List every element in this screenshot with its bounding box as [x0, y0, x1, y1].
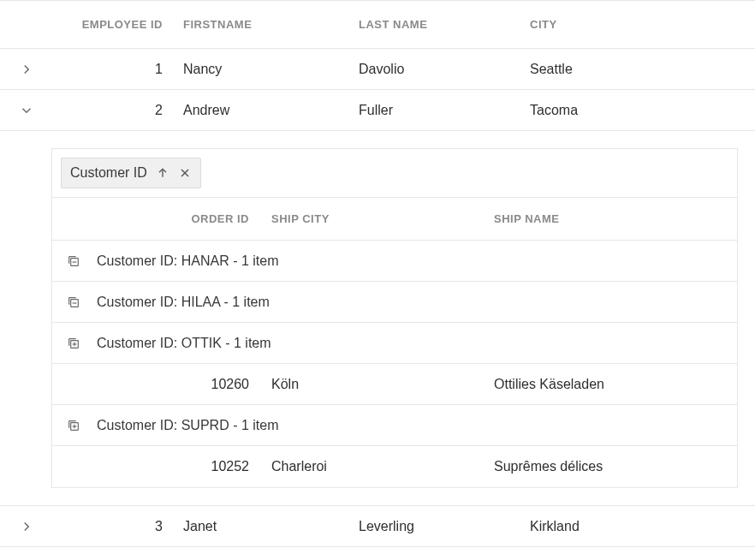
group-expand-toggle[interactable] — [52, 295, 95, 309]
cell-firstname: Nancy — [178, 62, 354, 77]
group-customer: HANAR — [181, 253, 229, 268]
chevron-right-icon — [19, 62, 34, 77]
sort-asc-icon[interactable] — [156, 166, 169, 180]
header-lastname[interactable]: LAST NAME — [354, 18, 525, 31]
cell-firstname: Janet — [178, 519, 354, 534]
group-collapse-toggle[interactable] — [52, 337, 95, 350]
cell-city: Kirkland — [525, 519, 755, 534]
group-chip-label: Customer ID — [70, 165, 147, 181]
group-label: Customer ID: HILAA - 1 item — [95, 295, 737, 310]
group-suffix: - 1 item — [229, 418, 279, 432]
remove-group-icon[interactable] — [178, 166, 192, 180]
group-prefix: Customer ID: — [97, 418, 181, 432]
group-row: Customer ID: HANAR - 1 item — [52, 241, 737, 282]
table-row: 3 Janet Leverling Kirkland — [0, 506, 755, 547]
group-label: Customer ID: SUPRD - 1 item — [95, 418, 737, 433]
group-suffix: - 1 item — [222, 336, 271, 350]
employee-grid: EMPLOYEE ID FIRSTNAME LAST NAME CITY 1 N… — [0, 0, 755, 547]
group-label: Customer ID: HANAR - 1 item — [95, 253, 737, 269]
cell-employee-id: 1 — [53, 62, 178, 77]
group-collapse-toggle[interactable] — [52, 419, 95, 432]
cell-order-id: 10260 — [95, 377, 266, 392]
detail-panel: Customer ID ORDER ID SHIP CITY SHIP NAME… — [0, 131, 755, 506]
header-ship-name[interactable]: SHIP NAME — [489, 212, 737, 225]
cell-employee-id: 2 — [53, 103, 178, 118]
chevron-right-icon — [19, 519, 34, 534]
cell-ship-name: Suprêmes délices — [489, 459, 737, 474]
group-chip-customer-id[interactable]: Customer ID — [61, 158, 201, 188]
cell-ship-city: Köln — [266, 377, 489, 392]
group-label: Customer ID: OTTIK - 1 item — [95, 336, 737, 351]
cell-city: Tacoma — [525, 103, 755, 118]
cell-ship-name: Ottilies Käseladen — [489, 377, 737, 392]
detail-header: ORDER ID SHIP CITY SHIP NAME — [52, 198, 737, 241]
grid-header: EMPLOYEE ID FIRSTNAME LAST NAME CITY — [0, 1, 755, 49]
cell-employee-id: 3 — [53, 519, 178, 534]
table-row: 1 Nancy Davolio Seattle — [0, 49, 755, 90]
group-customer: OTTIK — [181, 336, 222, 350]
group-customer: SUPRD — [181, 418, 229, 432]
collapse-icon — [67, 254, 80, 268]
order-row: 10252 Charleroi Suprêmes délices — [52, 446, 737, 487]
cell-ship-city: Charleroi — [266, 459, 489, 474]
group-suffix: - 1 item — [229, 253, 279, 268]
chevron-down-icon — [19, 103, 34, 118]
collapse-toggle[interactable] — [0, 103, 53, 118]
expand-icon — [67, 337, 80, 350]
cell-firstname: Andrew — [178, 103, 354, 118]
detail-grid: Customer ID ORDER ID SHIP CITY SHIP NAME… — [51, 148, 738, 488]
group-row: Customer ID: HILAA - 1 item — [52, 282, 737, 323]
group-row: Customer ID: SUPRD - 1 item — [52, 405, 737, 446]
header-firstname[interactable]: FIRSTNAME — [178, 18, 354, 31]
cell-city: Seattle — [525, 62, 755, 77]
expand-toggle[interactable] — [0, 62, 53, 77]
header-employee-id[interactable]: EMPLOYEE ID — [53, 18, 178, 31]
group-row: Customer ID: OTTIK - 1 item — [52, 323, 737, 364]
expand-toggle[interactable] — [0, 519, 53, 534]
header-city[interactable]: CITY — [525, 18, 755, 31]
header-order-id[interactable]: ORDER ID — [95, 212, 266, 225]
cell-lastname: Leverling — [354, 519, 525, 534]
collapse-icon — [67, 295, 80, 309]
group-expand-toggle[interactable] — [52, 254, 95, 268]
expand-icon — [67, 419, 80, 432]
group-prefix: Customer ID: — [97, 336, 181, 350]
cell-order-id: 10252 — [95, 459, 266, 474]
table-row: 2 Andrew Fuller Tacoma — [0, 90, 755, 131]
group-by-bar: Customer ID — [52, 149, 737, 198]
cell-lastname: Davolio — [354, 62, 525, 77]
group-suffix: - 1 item — [220, 295, 270, 309]
header-ship-city[interactable]: SHIP CITY — [266, 212, 489, 225]
group-customer: HILAA — [181, 295, 220, 309]
group-prefix: Customer ID: — [97, 295, 181, 309]
cell-lastname: Fuller — [354, 103, 525, 118]
group-prefix: Customer ID: — [97, 253, 181, 268]
order-row: 10260 Köln Ottilies Käseladen — [52, 364, 737, 405]
